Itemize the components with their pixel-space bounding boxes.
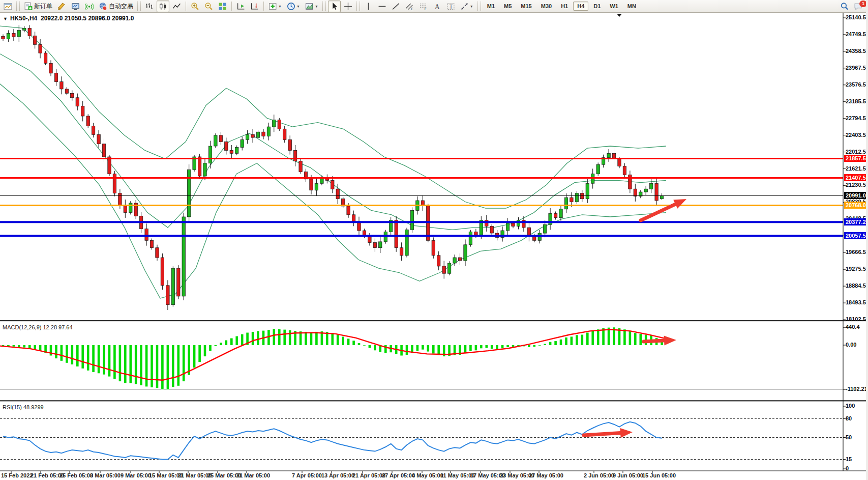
dropdown-caret-icon[interactable]: ▼ <box>278 5 282 8</box>
textA-icon: A <box>433 2 441 11</box>
drawn-arrow-rsi[interactable] <box>584 428 633 438</box>
signal-icon <box>85 2 94 11</box>
neworder-icon <box>24 2 33 11</box>
hline-icon <box>378 2 386 11</box>
cursor-tool-button[interactable] <box>328 1 341 12</box>
toolbar-separator <box>263 2 264 11</box>
trendline-tool-button[interactable] <box>390 1 402 12</box>
svg-text:T: T <box>450 3 453 9</box>
channel-tool-button[interactable]: E <box>403 1 416 12</box>
candles-icon <box>159 2 167 11</box>
new-order-label: 新订单 <box>34 2 52 11</box>
auto-trading-button[interactable]: 自动交易 <box>97 1 135 12</box>
tiles-icon <box>218 2 227 11</box>
window-right-edge <box>866 0 868 480</box>
bars-icon <box>145 2 154 11</box>
market-watch-button[interactable] <box>69 1 82 12</box>
bar-chart-mode-button[interactable] <box>143 1 156 12</box>
indicators-button[interactable]: ▼ <box>266 1 284 12</box>
toolbar-grip <box>322 2 326 11</box>
zoom-in-button[interactable] <box>189 1 201 12</box>
toolbar-grip <box>16 2 20 11</box>
dropdown-caret-icon[interactable]: ▼ <box>470 5 473 8</box>
linechart-icon <box>172 2 181 11</box>
toolbar-grip <box>356 2 360 11</box>
indicators-icon <box>268 2 277 11</box>
chart-symbol-period: HK50-,H4 <box>10 15 37 22</box>
chartshift-icon <box>250 2 259 11</box>
chart-collapse-icon[interactable]: ▼ <box>3 16 8 21</box>
label-tool-button[interactable]: T <box>444 1 457 12</box>
svg-text:F: F <box>424 7 427 11</box>
clock-icon <box>287 2 295 11</box>
toolbar: 新订单自动交易▼▼▼EFAT▼M1M5M15M30H1H4D1W1MN <box>0 0 868 13</box>
horizontal-line-tool-button[interactable] <box>376 1 388 12</box>
vertical-line-tool-button[interactable] <box>362 1 375 12</box>
zoomout-icon <box>204 2 213 11</box>
tile-windows-button[interactable] <box>216 1 229 12</box>
dropdown-caret-icon[interactable]: ▼ <box>315 5 318 8</box>
bollinger-lower-band <box>0 84 666 298</box>
chart-top-marker-icon <box>617 14 622 17</box>
rsi-indicator-label: RSI(15) 48.9299 <box>3 404 44 410</box>
drawn-arrow-main[interactable] <box>641 199 686 220</box>
fibonacci-tool-button[interactable]: F <box>417 1 430 12</box>
fibo-icon: F <box>419 2 428 11</box>
chartwin-icon <box>4 2 12 11</box>
brush-icon <box>57 2 66 11</box>
svg-text:A: A <box>435 3 440 10</box>
vline-icon <box>364 2 373 11</box>
timeframe-m5-button[interactable]: M5 <box>500 2 516 11</box>
terminal-window: 新订单自动交易▼▼▼EFAT▼M1M5M15M30H1H4D1W1MN 1 25… <box>0 0 868 480</box>
timeframe-mn-button[interactable]: MN <box>623 2 640 11</box>
toolbar-right: 1 <box>837 0 865 13</box>
search-icon <box>840 2 849 11</box>
dropdown-caret-icon[interactable]: ▼ <box>296 5 300 8</box>
line-chart-mode-button[interactable] <box>170 1 183 12</box>
timeframe-w1-button[interactable]: W1 <box>606 2 622 11</box>
chart-shift-button[interactable] <box>248 1 261 12</box>
shapes-tool-button[interactable]: ▼ <box>458 1 475 12</box>
zoom-out-button[interactable] <box>202 1 215 12</box>
template-icon <box>305 2 314 11</box>
chart-ohlc-values: 20922.0 21050.5 20896.0 20991.0 <box>41 15 134 22</box>
auto-scroll-button[interactable] <box>234 1 247 12</box>
macd-indicator-label: MACD(12,26,9) 12.28 97.64 <box>3 324 73 330</box>
timeframe-m30-button[interactable]: M30 <box>537 2 556 11</box>
crosshair-icon <box>344 2 352 11</box>
channel-icon: E <box>405 2 414 11</box>
metaeditor-button[interactable] <box>55 1 68 12</box>
new-order-button[interactable]: 新订单 <box>22 1 54 12</box>
rsi-line <box>3 422 662 460</box>
tline-icon <box>392 2 400 11</box>
toolbar-separator <box>186 2 186 11</box>
timeframe-h1-button[interactable]: H1 <box>557 2 572 11</box>
search-button[interactable] <box>838 1 851 12</box>
timeframe-d1-button[interactable]: D1 <box>589 2 605 11</box>
chart-title: ▼HK50-,H4 20922.0 21050.5 20896.0 20991.… <box>3 15 134 22</box>
shapes-icon <box>460 2 469 11</box>
timeframe-m1-button[interactable]: M1 <box>483 2 499 11</box>
autotrade-icon <box>99 2 107 11</box>
auto-trading-label: 自动交易 <box>109 2 133 11</box>
periods-button[interactable]: ▼ <box>285 1 302 12</box>
monitor-icon <box>71 2 80 11</box>
candlestick-mode-button[interactable] <box>157 1 169 12</box>
toolbar-separator <box>231 2 232 11</box>
templates-button[interactable]: ▼ <box>303 1 320 12</box>
autoscroll-icon <box>236 2 245 11</box>
notifications-button[interactable]: 1 <box>852 1 864 12</box>
chart-area[interactable]: 25140.524749.524358.523967.523576.523185… <box>0 13 868 480</box>
candlestick-series <box>0 25 666 310</box>
timeframe-m15-button[interactable]: M15 <box>517 2 535 11</box>
zoomin-icon <box>191 2 199 11</box>
chart-canvas[interactable] <box>0 13 868 480</box>
timeframe-h4-button[interactable]: H4 <box>573 2 588 11</box>
text-tool-button[interactable]: A <box>431 1 443 12</box>
crosshair-tool-button[interactable] <box>342 1 354 12</box>
chart-window-button[interactable] <box>2 1 14 12</box>
signals-button[interactable] <box>83 1 96 12</box>
cursor-icon <box>330 2 339 11</box>
svg-text:E: E <box>411 7 413 10</box>
toolbar-grip <box>137 2 141 11</box>
